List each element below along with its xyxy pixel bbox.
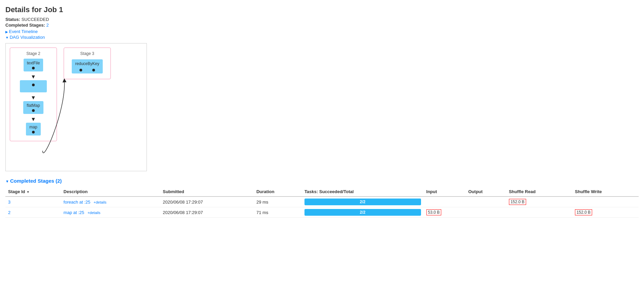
- cell-description-0: foreach at :25 +details: [61, 197, 160, 207]
- cell-tasks-0: 2/2: [302, 197, 424, 207]
- unnamed-dot: [32, 84, 35, 86]
- completed-stages-table: Stage Id ▼ Description Submitted Duratio…: [5, 187, 639, 218]
- shuffle-read-badge-0: 152.0 B: [509, 199, 526, 205]
- input-badge-1: 53.0 B: [426, 209, 442, 215]
- cell-submitted-1: 2020/06/08 17:29:07: [160, 207, 254, 218]
- details-link-1[interactable]: +details: [88, 211, 100, 215]
- progress-bar-wrap-1: 2/2: [304, 209, 421, 216]
- table-header: Stage Id ▼ Description Submitted Duratio…: [5, 187, 639, 197]
- progress-bar-fill-0: 2/2: [304, 199, 421, 205]
- arrow3: ▼: [31, 117, 36, 122]
- shuffle-write-badge-1: 152.0 B: [575, 209, 592, 215]
- cell-output-0: [465, 197, 506, 207]
- col-stage-id[interactable]: Stage Id ▼: [5, 187, 61, 197]
- col-shuffle-write[interactable]: Shuffle Write: [572, 187, 639, 197]
- completed-stages-label: Completed Stages:: [5, 23, 45, 28]
- col-tasks[interactable]: Tasks: Succeeded/Total: [302, 187, 424, 197]
- cell-shuffle-write-0: [572, 197, 639, 207]
- event-timeline-toggle[interactable]: Event Timeline: [5, 29, 639, 34]
- stage2-label: Stage 2: [13, 51, 53, 56]
- status-value: SUCCEEDED: [22, 17, 49, 22]
- stage-id-link-0[interactable]: 3: [8, 200, 10, 205]
- reducebykey-dots: [75, 67, 99, 71]
- stage2-nodes: textFile ▼ ▼ flatMap ▼ map: [13, 59, 53, 138]
- table-row: 2 map at :25 +details 2020/06/08 17:29:0…: [5, 207, 639, 218]
- cell-input-1: 53.0 B: [424, 207, 466, 218]
- page-title: Details for Job 1: [5, 5, 639, 14]
- arrow1: ▼: [31, 74, 36, 80]
- col-duration[interactable]: Duration: [254, 187, 302, 197]
- stage3-nodes: reduceByKey: [67, 59, 107, 76]
- cell-shuffle-read-1: [506, 207, 572, 218]
- stage3-label: Stage 3: [67, 51, 107, 56]
- cell-duration-0: 29 ms: [254, 197, 302, 207]
- completed-stages-count-link[interactable]: 2: [46, 23, 49, 28]
- col-submitted[interactable]: Submitted: [160, 187, 254, 197]
- cell-shuffle-write-1: 152.0 B: [572, 207, 639, 218]
- rdd-reducebykey: reduceByKey: [72, 59, 102, 73]
- rdd-unnamed: [20, 80, 47, 92]
- rdd-flatmap: flatMap: [23, 101, 43, 114]
- rdd-map: map: [26, 123, 40, 135]
- completed-stages-header[interactable]: Completed Stages (2): [5, 178, 639, 184]
- stage3-box: Stage 3 reduceByKey: [64, 48, 111, 79]
- col-description[interactable]: Description: [61, 187, 160, 197]
- dag-visualization-toggle[interactable]: DAG Visualization: [5, 35, 639, 40]
- stage2-box: Stage 2 textFile ▼ ▼ flatMap ▼: [10, 48, 57, 141]
- cell-input-0: [424, 197, 466, 207]
- col-input[interactable]: Input: [424, 187, 466, 197]
- progress-bar-fill-1: 2/2: [304, 209, 421, 216]
- stage-id-link-1[interactable]: 2: [8, 210, 10, 215]
- cell-duration-1: 71 ms: [254, 207, 302, 218]
- cell-description-1: map at :25 +details: [61, 207, 160, 218]
- completed-stages-count-line: Completed Stages: 2: [5, 23, 639, 28]
- cell-output-1: [465, 207, 506, 218]
- table-row: 3 foreach at :25 +details 2020/06/08 17:…: [5, 197, 639, 207]
- cell-shuffle-read-0: 152.0 B: [506, 197, 572, 207]
- arrow2: ▼: [31, 95, 36, 100]
- rdd-textfile: textFile: [24, 59, 43, 71]
- textfile-dot: [32, 67, 35, 69]
- flatmap-dot: [32, 109, 35, 112]
- sort-arrow-stage-id: ▼: [26, 190, 30, 194]
- description-link-1[interactable]: map at :25: [64, 210, 84, 215]
- cell-stage-id-1: 2: [5, 207, 61, 218]
- description-link-0[interactable]: foreach at :25: [64, 200, 91, 205]
- cell-stage-id-0: 3: [5, 197, 61, 207]
- details-link-0[interactable]: +details: [94, 200, 106, 204]
- dag-visualization: Stage 2 textFile ▼ ▼ flatMap ▼: [5, 43, 147, 171]
- map-dot: [32, 131, 35, 133]
- cell-submitted-0: 2020/06/08 17:29:07: [160, 197, 254, 207]
- col-shuffle-read[interactable]: Shuffle Read: [506, 187, 572, 197]
- status-label: Status:: [5, 17, 20, 22]
- status-line: Status: SUCCEEDED: [5, 17, 639, 22]
- progress-bar-wrap-0: 2/2: [304, 199, 421, 205]
- cell-tasks-1: 2/2: [302, 207, 424, 218]
- completed-stages-section: Completed Stages (2) Stage Id ▼ Descript…: [5, 178, 639, 218]
- col-output[interactable]: Output: [465, 187, 506, 197]
- stages-table-body: 3 foreach at :25 +details 2020/06/08 17:…: [5, 197, 639, 218]
